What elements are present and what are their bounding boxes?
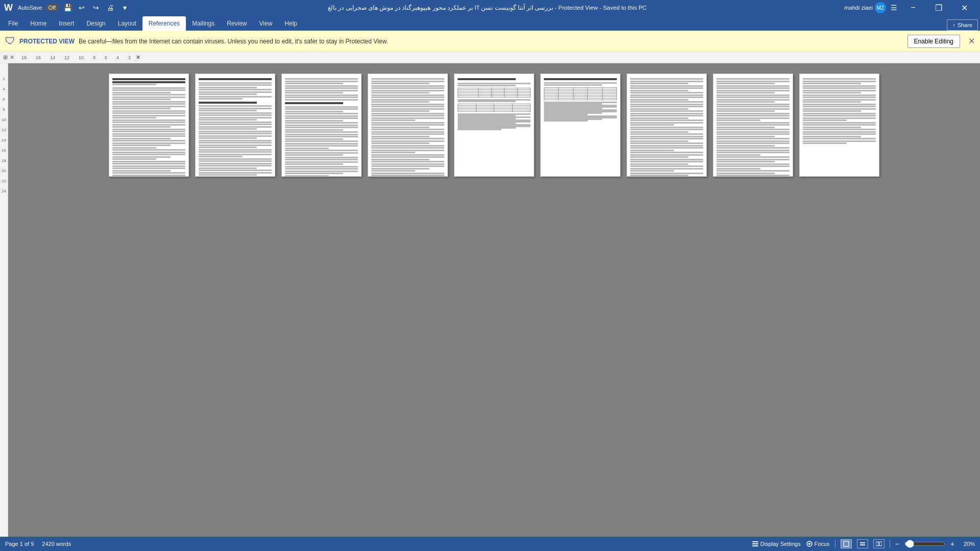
ruler-close-icon: ✕	[10, 54, 14, 61]
tab-view[interactable]: View	[253, 16, 279, 31]
tab-mailings[interactable]: Mailings	[186, 16, 221, 31]
document-area: 2 4 6 8 10 12 14 16 18 20 22 24	[0, 63, 980, 537]
restore-button[interactable]: ❐	[927, 0, 950, 15]
tab-review[interactable]: Review	[221, 16, 253, 31]
vertical-ruler: 2 4 6 8 10 12 14 16 18 20 22 24	[0, 63, 8, 537]
svg-rect-6	[860, 542, 865, 543]
document-title: بر عملکرد محور هیپوهیرگناد در موش های صح…	[328, 5, 647, 11]
web-layout-view-button[interactable]	[857, 539, 868, 548]
horizontal-ruler: 18 16 14 12 10 8 6 4 2 ✕	[16, 54, 977, 62]
read-mode-view-button[interactable]	[873, 539, 885, 548]
svg-rect-7	[860, 544, 865, 545]
page-2	[195, 74, 275, 177]
title-bar-right: mahdi ziaei MZ ☰ − ❐ ✕	[844, 0, 976, 15]
status-bar: Page 1 of 9 2420 words Display Settings …	[0, 537, 980, 551]
page-7	[627, 74, 707, 177]
title-bar: W AutoSave Off 💾 ↩ ↪ 🖨 ▾ بر عملکرد محور …	[0, 0, 980, 15]
print-layout-view-button[interactable]	[841, 539, 852, 548]
minimize-button[interactable]: −	[901, 0, 925, 15]
protected-view-badge: PROTECTED VIEW	[19, 38, 75, 45]
ruler-bar: ⊞ ✕ 18 16 14 12 10 8 6 4 2 ✕	[0, 52, 980, 63]
word-count: 2420 words	[42, 541, 71, 547]
zoom-in-button[interactable]: +	[950, 540, 954, 548]
tab-help[interactable]: Help	[278, 16, 303, 31]
redo-icon[interactable]: ↪	[90, 2, 102, 13]
tab-file[interactable]: File	[2, 16, 24, 31]
share-icon: ↑	[952, 22, 955, 28]
tab-design[interactable]: Design	[80, 16, 111, 31]
page-9	[799, 74, 879, 177]
enable-editing-button[interactable]: Enable Editing	[907, 35, 960, 48]
zoom-slider[interactable]	[904, 540, 945, 548]
page-3	[281, 74, 362, 177]
svg-rect-8	[876, 542, 878, 546]
protected-view-message: Be careful—files from the Internet can c…	[79, 38, 903, 45]
user-name: mahdi ziaei	[844, 5, 873, 11]
page-1	[109, 74, 189, 177]
autosave-toggle[interactable]: Off	[45, 4, 59, 11]
share-button[interactable]: ↑ Share	[947, 19, 978, 31]
svg-rect-0	[752, 541, 758, 542]
ribbon-display-icon[interactable]: ☰	[888, 2, 899, 13]
ribbon-tabs: File Home Insert Design Layout Reference…	[0, 15, 980, 31]
svg-rect-9	[879, 542, 882, 546]
page-8	[713, 74, 793, 177]
page-info: Page 1 of 9	[5, 541, 34, 547]
zoom-level[interactable]: 20%	[960, 541, 975, 547]
title-bar-left: W AutoSave Off 💾 ↩ ↪ 🖨 ▾	[4, 2, 130, 13]
close-button[interactable]: ✕	[952, 0, 976, 15]
page-4	[368, 74, 448, 177]
protected-view-close-icon[interactable]: ✕	[968, 36, 975, 46]
user-avatar[interactable]: MZ	[875, 2, 886, 13]
shield-icon: 🛡	[5, 35, 15, 47]
tab-insert[interactable]: Insert	[53, 16, 80, 31]
svg-rect-1	[752, 543, 758, 544]
svg-rect-2	[752, 545, 758, 546]
tab-layout[interactable]: Layout	[112, 16, 142, 31]
print-preview-icon[interactable]: 🖨	[105, 2, 116, 13]
save-icon[interactable]: 💾	[62, 2, 73, 13]
autosave-label: AutoSave	[18, 5, 42, 11]
ruler-toggle-icon[interactable]: ⊞	[3, 54, 8, 61]
protected-view-bar: 🛡 PROTECTED VIEW Be careful—files from t…	[0, 31, 980, 52]
word-logo-icon: W	[4, 3, 13, 13]
display-settings-icon[interactable]: Display Settings	[752, 540, 801, 547]
ruler-end-marker: ✕	[136, 54, 140, 61]
zoom-out-button[interactable]: −	[895, 540, 899, 548]
tab-home[interactable]: Home	[24, 16, 53, 31]
status-bar-right: Display Settings Focus − + 20%	[752, 539, 975, 548]
svg-point-4	[808, 543, 810, 545]
customize-qat-icon[interactable]: ▾	[119, 2, 130, 13]
page-6	[540, 74, 620, 177]
undo-icon[interactable]: ↩	[76, 2, 87, 13]
page-5	[454, 74, 534, 177]
tab-references[interactable]: References	[142, 16, 186, 31]
title-bar-center: بر عملکرد محور هیپوهیرگناد در موش های صح…	[130, 4, 844, 11]
pages-container	[109, 74, 879, 177]
svg-rect-5	[844, 541, 849, 546]
focus-button[interactable]: Focus	[806, 540, 830, 547]
